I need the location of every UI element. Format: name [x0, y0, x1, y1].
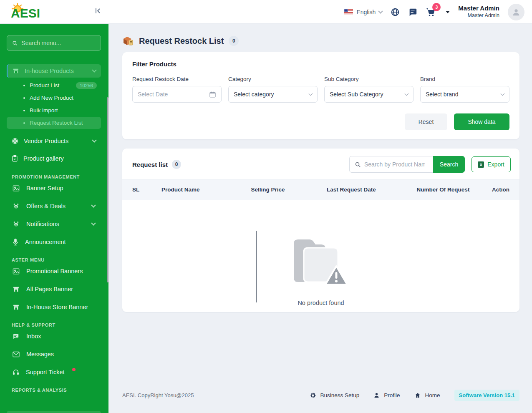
image-icon — [13, 185, 20, 192]
section-promotion-management: PROMOTION MANAGEMENT — [12, 174, 108, 179]
product-count-badge: 10256 — [76, 82, 97, 89]
sidebar-item-cutoff — [7, 411, 101, 413]
notification-dot — [72, 368, 76, 371]
brand-select[interactable]: Select brand — [420, 86, 509, 103]
sidebar-search-input[interactable] — [21, 40, 96, 46]
sidebar-item-messages[interactable]: Messages — [7, 348, 101, 360]
chevron-down-icon — [309, 92, 313, 96]
gear-icon — [310, 392, 316, 399]
home-link[interactable]: Home — [414, 392, 440, 398]
subcategory-select[interactable]: Select Sub Category — [324, 86, 413, 103]
bullet-icon — [23, 85, 25, 86]
chevron-down-icon — [91, 221, 96, 225]
empty-folder-icon — [290, 232, 352, 294]
chat-bubble-icon — [13, 333, 20, 340]
sidebar-item-inhouse-products[interactable]: In-house Products — [7, 64, 101, 78]
show-data-button[interactable]: Show data — [454, 113, 509, 130]
sidebar-item-request-restock-list[interactable]: Request Restock List — [7, 117, 101, 129]
language-selector[interactable]: English — [344, 9, 382, 15]
date-placeholder: Select Date — [138, 91, 168, 98]
sidebar-item-label: Offers & Deals — [26, 203, 85, 209]
empty-state-text: No product found — [298, 300, 344, 306]
request-list-card: Request list 0 Search x Export — [122, 149, 519, 312]
app-logo[interactable]: AESI — [8, 3, 62, 23]
sidebar-item-label: Announcement — [25, 239, 66, 245]
page-footer: AESI. CopyRight Yosu@2025 Business Setup… — [122, 390, 519, 401]
product-search-input[interactable] — [364, 161, 425, 168]
request-list-heading: Request list — [132, 161, 168, 168]
sidebar-collapse-icon[interactable] — [94, 7, 102, 16]
profile-label: Profile — [384, 392, 400, 398]
home-label: Home — [425, 392, 440, 398]
sidebar-item-support-ticket[interactable]: Support Ticket — [7, 366, 101, 378]
chevron-down-icon — [501, 92, 505, 96]
store-icon — [13, 68, 19, 74]
column-product-name: Product Name — [161, 186, 228, 193]
sidebar-item-announcement[interactable]: Announcement — [7, 236, 101, 248]
chevron-down-icon — [405, 92, 409, 96]
sidebar-item-product-list[interactable]: Product List 10256 — [7, 79, 101, 91]
sidebar-item-inhouse-store-banner[interactable]: In-House Store Banner — [7, 301, 101, 313]
empty-state-divider — [256, 231, 257, 302]
column-last-request-date: Last Request Date — [308, 186, 395, 193]
home-icon — [414, 392, 421, 398]
sidebar-item-vendor-products[interactable]: Vendor Products — [7, 134, 101, 148]
empty-state: No product found — [122, 232, 519, 306]
sidebar-item-label: Promotional Banners — [26, 268, 83, 274]
sidebar-scrollbar[interactable] — [107, 97, 108, 282]
globe-icon[interactable] — [391, 8, 400, 17]
calendar-icon — [209, 91, 216, 98]
sidebar-item-banner-setup[interactable]: Banner Setup — [7, 182, 101, 194]
sidebar-item-offers-deals[interactable]: Offers & Deals — [7, 200, 101, 212]
language-label: English — [356, 9, 376, 15]
search-button[interactable]: Search — [433, 156, 465, 173]
category-select[interactable]: Select category — [228, 86, 318, 103]
column-sl: SL — [132, 186, 161, 193]
image-icon — [13, 268, 20, 275]
sidebar-item-promotional-banners[interactable]: Promotional Banners — [7, 265, 101, 277]
user-name: Master Admin — [458, 5, 499, 13]
avatar[interactable] — [508, 4, 524, 20]
sidebar-item-label: Request Restock List — [30, 120, 83, 126]
offers-icon — [13, 203, 20, 210]
sidebar-item-label: Bulk import — [30, 107, 58, 113]
business-setup-link[interactable]: Business Setup — [310, 392, 360, 399]
table-header-row: SL Product Name Selling Price Last Reque… — [122, 179, 519, 200]
user-info[interactable]: Master Admin Master Admin — [458, 5, 499, 19]
sidebar-item-label: Product List — [30, 82, 59, 88]
sidebar-item-label: In-House Store Banner — [26, 304, 88, 310]
reset-button[interactable]: Reset — [405, 113, 447, 130]
person-icon — [373, 392, 380, 398]
sidebar-search[interactable] — [7, 35, 101, 51]
sidebar-item-inbox[interactable]: Inbox — [7, 330, 101, 342]
sidebar-item-all-pages-banner[interactable]: All Pages Banner — [7, 283, 101, 295]
date-picker[interactable]: Select Date — [132, 86, 222, 103]
date-label: Request Restock Date — [132, 76, 222, 82]
chat-icon[interactable] — [408, 8, 417, 17]
profile-link[interactable]: Profile — [373, 392, 400, 398]
cart-icon[interactable]: 3 — [426, 7, 436, 17]
category-label: Category — [228, 76, 318, 82]
sidebar-item-label: Vendor Products — [24, 138, 87, 144]
software-version-badge: Software Version 15.1 — [454, 390, 519, 401]
sidebar-item-notifications[interactable]: Notifications — [7, 218, 101, 230]
user-menu-caret-icon[interactable] — [446, 11, 450, 13]
microphone-icon — [13, 239, 18, 246]
section-help-support: HELP & SUPPORT — [12, 322, 108, 327]
sidebar-item-product-gallery[interactable]: Product gallery — [7, 152, 101, 165]
sidebar-item-bulk-import[interactable]: Bulk import — [7, 104, 101, 116]
brand-label: Brand — [420, 76, 509, 82]
clipboard-icon — [12, 155, 18, 162]
request-list-badge: 0 — [172, 160, 181, 169]
column-selling-price: Selling Price — [228, 186, 308, 193]
category-value: Select category — [234, 91, 274, 98]
bullet-icon — [23, 122, 25, 124]
headset-icon — [13, 369, 19, 376]
search-icon — [355, 161, 361, 168]
sidebar-item-add-new-product[interactable]: Add New Product — [7, 92, 101, 104]
sidebar-item-label: Messages — [26, 351, 54, 358]
section-aster-menu: ASTER MENU — [12, 257, 108, 262]
main-content: Request Restock List 0 Filter Products R… — [109, 24, 532, 413]
export-button[interactable]: x Export — [471, 156, 511, 172]
sidebar-item-label: Add New Product — [30, 95, 73, 101]
